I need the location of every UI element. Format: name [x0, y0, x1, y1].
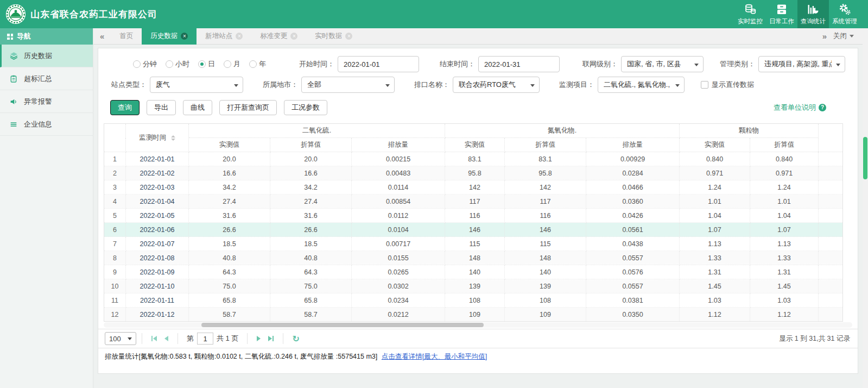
table-row[interactable]: 52022-01-0531.631.60.01121161160.04261.0…	[104, 209, 843, 223]
tab-standard-change[interactable]: 标准变更 ×	[251, 28, 306, 45]
first-page-button[interactable]	[148, 336, 161, 341]
value-cell: 0.0557	[586, 251, 680, 265]
view-detail-link[interactable]: 点击查看详情[最大、最小和平均值]	[382, 353, 487, 360]
col-pm-converted: 折算值	[750, 138, 819, 152]
tab-new-station[interactable]: 新增站点 ×	[197, 28, 251, 45]
unit-note-link[interactable]: 查看单位说明 ?	[774, 103, 826, 112]
period-radio-month[interactable]: 月	[224, 59, 240, 69]
last-page-button[interactable]	[264, 336, 277, 341]
col-pm-measured: 实测值	[680, 138, 750, 152]
monitor-items-select[interactable]: 二氧化硫., 氮氧化物., 颗粒	[598, 77, 685, 93]
open-new-query-button[interactable]: 打开新查询页	[219, 100, 277, 115]
value-cell: 58.7	[189, 308, 270, 322]
table-row[interactable]: 72022-01-0718.518.50.007171151150.04381.…	[104, 237, 843, 251]
value-cell: 65.8	[270, 293, 352, 308]
sidebar-item-history-data[interactable]: 历史数据	[0, 45, 93, 67]
export-button[interactable]: 导出	[147, 100, 176, 115]
records-info: 显示 1 到 31,共 31 记录	[779, 334, 850, 343]
gears-icon	[838, 3, 851, 16]
tab-close-icon[interactable]: ×	[181, 33, 188, 40]
topnav-query-stats[interactable]: 查询统计	[797, 0, 829, 28]
value-cell: 34.2	[189, 180, 270, 195]
outlet-label: 排口名称：	[414, 80, 449, 90]
tab-close-icon[interactable]: ×	[345, 33, 352, 40]
period-radio-hour[interactable]: 小时	[166, 59, 189, 69]
sidebar-item-exceed-summary[interactable]: 超标汇总	[0, 67, 93, 90]
value-cell: 1.31	[750, 265, 819, 279]
refresh-icon[interactable]: ↻	[289, 334, 302, 344]
main-area: « 首页 历史数据 × 新增站点 × 标准变更 × 实时数据	[93, 28, 868, 388]
prev-page-button[interactable]	[161, 336, 172, 341]
page-number-input[interactable]	[197, 333, 213, 345]
monitor-time-cell: 2022-01-11	[126, 293, 189, 308]
tab-close-icon[interactable]: ×	[290, 33, 297, 40]
col-monitor-time[interactable]: 监测时间	[126, 124, 189, 152]
topnav-realtime-monitor[interactable]: 实时监控	[734, 0, 766, 28]
start-time-input[interactable]	[338, 56, 419, 72]
end-time-input[interactable]	[478, 56, 560, 72]
value-cell: 0.0557	[586, 279, 680, 293]
outlet-select[interactable]: 联合农药RTO废气	[453, 77, 540, 93]
value-cell: 0.971	[750, 166, 819, 180]
network-level-select[interactable]: 国家, 省, 市, 区县	[621, 56, 704, 72]
table-row[interactable]: 62022-01-0626.626.60.01041461460.05611.0…	[104, 223, 843, 237]
tab-close-icon[interactable]: ×	[236, 33, 243, 40]
period-radio-group: 分钟 小时 日 月 年	[133, 59, 296, 69]
tab-realtime-data[interactable]: 实时数据 ×	[306, 28, 361, 45]
search-button[interactable]: 查询	[110, 100, 140, 115]
value-cell: 116	[445, 209, 505, 223]
value-cell: 1.45	[750, 279, 819, 293]
vertical-scrollbar[interactable]	[863, 28, 868, 388]
close-tabs-menu[interactable]: 关闭	[833, 32, 854, 41]
page-size-select[interactable]: 100	[105, 332, 136, 345]
col-nox-emission: 排放量	[586, 138, 680, 152]
tab-home[interactable]: 首页	[111, 28, 142, 45]
pagination-bar: 100 第 共 1 页	[98, 329, 858, 348]
table-row[interactable]: 32022-01-0334.234.20.01141421420.04661.2…	[104, 180, 843, 195]
page-total: 共 1 页	[217, 334, 238, 343]
direct-data-checkbox[interactable]: 显示直传数据	[701, 80, 754, 90]
table-row[interactable]: 42022-01-0427.427.40.008541171170.03601.…	[104, 195, 843, 209]
sidebar-item-company-info[interactable]: 企业信息	[0, 113, 93, 136]
period-radio-year[interactable]: 年	[249, 59, 266, 69]
value-cell: 142	[445, 180, 505, 195]
topnav-daily-work[interactable]: 日常工作	[766, 0, 797, 28]
condition-params-button[interactable]: 工况参数	[284, 100, 327, 115]
value-cell: 0.0234	[352, 293, 445, 308]
period-radio-day[interactable]: 日	[198, 59, 215, 69]
topnav-system-manage[interactable]: 系统管理	[829, 0, 860, 28]
horizontal-scrollbar-thumb[interactable]	[201, 323, 484, 327]
table-row[interactable]: 22022-01-0216.616.60.0048395.895.80.0284…	[104, 166, 843, 180]
next-page-button[interactable]	[253, 336, 264, 341]
table-row[interactable]: 82022-01-0840.840.80.01551481480.05571.3…	[104, 251, 843, 265]
vertical-scrollbar-thumb[interactable]	[863, 137, 867, 179]
value-cell: 0.0104	[352, 223, 445, 237]
sort-icon[interactable]	[171, 135, 175, 141]
city-select[interactable]: 全部	[301, 77, 395, 93]
top-header: 山东省联合农药工业有限公司 实时监控	[0, 0, 868, 28]
table-row[interactable]: 92022-01-0964.364.30.02651401400.05761.3…	[104, 265, 843, 279]
value-cell: 0.0284	[586, 166, 680, 180]
period-radio-minute[interactable]: 分钟	[133, 59, 157, 69]
station-type-select[interactable]: 废气	[150, 77, 243, 93]
chevron-down-icon	[234, 84, 238, 87]
table-row[interactable]: 112022-01-1165.865.80.02341081080.03811.…	[104, 293, 843, 308]
value-cell: 139	[445, 279, 505, 293]
horizontal-scrollbar[interactable]	[104, 322, 852, 328]
value-cell: 65.8	[189, 293, 270, 308]
chevron-down-icon	[128, 337, 132, 340]
manage-type-select[interactable]: 违规项目, 高架源, 重点排	[758, 56, 845, 72]
value-cell: 0.00215	[352, 152, 445, 166]
table-row[interactable]: 122022-01-1258.758.70.02121091090.03501.…	[104, 308, 843, 322]
table-row[interactable]: 12022-01-0120.020.00.0021583.183.10.0092…	[104, 152, 843, 166]
tabs-scroll-left-icon[interactable]: «	[93, 32, 111, 41]
value-cell: 0.00483	[352, 166, 445, 180]
value-cell: 0.0212	[352, 308, 445, 322]
tab-history-data[interactable]: 历史数据 ×	[142, 28, 197, 45]
tabs-scroll-right-icon[interactable]: »	[821, 32, 828, 41]
value-cell: 1.07	[750, 223, 819, 237]
sidebar: 导航 历史数据	[0, 28, 93, 388]
table-row[interactable]: 102022-01-1075.075.00.03021391390.05571.…	[104, 279, 843, 293]
sidebar-item-abnormal-alarm[interactable]: 异常报警	[0, 90, 93, 113]
curve-button[interactable]: 曲线	[183, 100, 212, 115]
